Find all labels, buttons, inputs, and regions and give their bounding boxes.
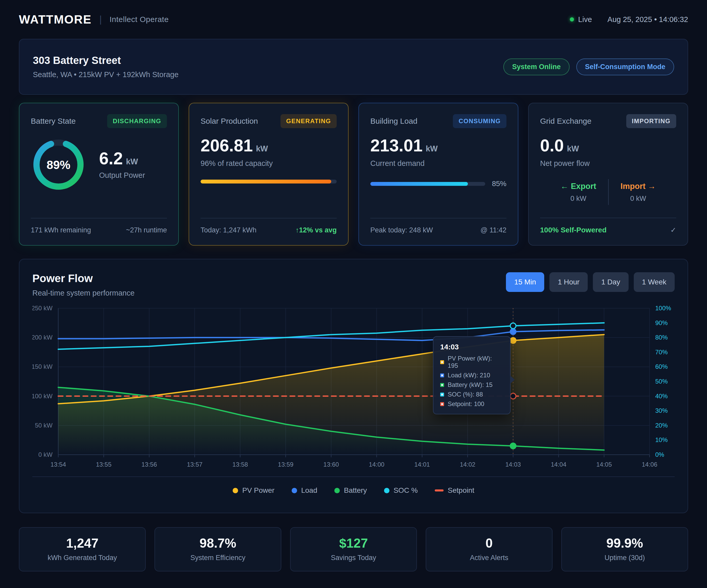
grid-import-value: 0 kW — [620, 195, 656, 203]
stat-label: kWh Generated Today — [47, 554, 117, 562]
range-button-15-min[interactable]: 15 Min — [506, 272, 544, 292]
site-badge-1: Self-Consumption Mode — [576, 59, 674, 75]
site-card: 303 Battery Street Seattle, WA • 215kW P… — [19, 39, 688, 95]
summary-stat-uptime-30d-: 99.9%Uptime (30d) — [561, 527, 688, 571]
site-info: 303 Battery Street Seattle, WA • 215kW P… — [33, 55, 178, 79]
stat-value: 1,247 — [66, 537, 98, 550]
svg-text:14:05: 14:05 — [596, 461, 612, 468]
stat-value: 99.9% — [606, 537, 643, 550]
svg-text:70%: 70% — [655, 349, 668, 356]
tooltip-row-label: Battery (kW): 15 — [448, 381, 493, 388]
tooltip-time: 14:03 — [440, 343, 503, 351]
site-badge-0: System Online — [503, 59, 570, 75]
stat-value: 0 — [485, 537, 493, 550]
site-badges: System OnlineSelf-Consumption Mode — [503, 59, 674, 75]
svg-text:40%: 40% — [655, 393, 668, 400]
grid-card-footer: 100% Self-Powered ✓ — [540, 218, 676, 234]
legend-dot-icon — [334, 488, 340, 493]
battery-body: 89% 6.2kW Output Power — [31, 137, 167, 192]
grid-export-value: 0 kW — [561, 195, 596, 203]
grid-card: Grid Exchange IMPORTING 0.0kW Net power … — [528, 103, 688, 246]
svg-text:0 kW: 0 kW — [38, 451, 53, 458]
tooltip-row-4: Setpoint: 100 — [440, 400, 503, 407]
site-subtitle: Seattle, WA • 215kW PV + 192kWh Storage — [33, 70, 178, 79]
svg-text:14:00: 14:00 — [369, 461, 384, 468]
svg-text:150 kW: 150 kW — [32, 363, 53, 370]
svg-text:13:54: 13:54 — [50, 461, 66, 468]
range-button-1-week[interactable]: 1 Week — [634, 272, 675, 292]
legend-label: Load — [301, 486, 317, 495]
svg-text:13:59: 13:59 — [278, 461, 294, 468]
svg-text:13:55: 13:55 — [96, 461, 111, 468]
legend-item-battery[interactable]: Battery — [334, 486, 367, 495]
solar-vs-avg: ↑12% vs avg — [296, 226, 337, 234]
battery-card: Battery State DISCHARGING — [19, 103, 179, 246]
solar-card-header: Solar Production GENERATING — [201, 114, 337, 128]
tooltip-row-label: SOC (%): 88 — [448, 391, 483, 398]
stat-label: System Efficiency — [191, 554, 245, 562]
svg-text:250 kW: 250 kW — [32, 305, 53, 312]
product-name: Intellect Operate — [109, 15, 169, 24]
solar-card-title: Solar Production — [201, 117, 258, 126]
svg-text:14:02: 14:02 — [460, 461, 475, 468]
soc-ring-gauge: 89% — [31, 137, 86, 192]
load-peak: Peak today: 248 kW — [370, 226, 433, 234]
load-card-header: Building Load CONSUMING — [370, 114, 506, 128]
load-progress-track — [370, 182, 485, 186]
solar-capacity-label: 96% of rated capacity — [201, 159, 337, 168]
legend-dash-icon — [435, 489, 443, 491]
legend-item-pv-power[interactable]: PV Power — [233, 486, 275, 495]
grid-import: Import → 0 kW — [609, 182, 668, 203]
solar-unit: kW — [256, 144, 268, 153]
tooltip-row-3: SOC (%): 88 — [440, 391, 503, 398]
tooltip-swatch-icon — [440, 402, 444, 406]
datetime: Aug 25, 2025 • 14:06:32 — [607, 15, 688, 24]
soc-ring-value: 89% — [46, 158, 70, 172]
solar-progress — [201, 179, 337, 184]
solar-card: Solar Production GENERATING 206.81kW 96%… — [189, 103, 348, 246]
solar-today: Today: 1,247 kWh — [201, 226, 257, 234]
tooltip-rows: PV Power (kW): 195Load (kW): 210Battery … — [440, 355, 503, 407]
legend-dot-icon — [384, 488, 390, 493]
tooltip-row-label: Load (kW): 210 — [448, 372, 490, 379]
summary-stat-active-alerts: 0Active Alerts — [426, 527, 552, 571]
legend-label: Setpoint — [448, 486, 474, 495]
grid-export-import: ← Export 0 kW Import → 0 kW — [540, 179, 676, 205]
legend-label: Battery — [344, 486, 367, 495]
self-powered-label: 100% Self-Powered — [540, 226, 607, 234]
stat-value: $127 — [339, 537, 368, 550]
grid-value: 0.0kW — [540, 137, 676, 154]
battery-card-title: Battery State — [31, 117, 75, 126]
legend-item-soc-[interactable]: SOC % — [384, 486, 418, 495]
power-flow-titles: Power Flow Real-time system performance — [32, 272, 135, 297]
load-value: 213.01kW — [370, 137, 506, 154]
battery-card-header: Battery State DISCHARGING — [31, 114, 167, 128]
svg-text:50%: 50% — [655, 378, 668, 385]
load-demand-label: Current demand — [370, 159, 506, 168]
load-status-badge: CONSUMING — [453, 114, 506, 128]
grid-unit: kW — [567, 144, 579, 153]
power-flow-chart[interactable]: 0 kW50 kW100 kW150 kW200 kW250 kW0%10%20… — [32, 303, 675, 474]
grid-export: ← Export 0 kW — [549, 182, 608, 203]
tooltip-swatch-icon — [440, 360, 444, 364]
load-card-title: Building Load — [370, 117, 417, 126]
range-button-1-day[interactable]: 1 Day — [593, 272, 628, 292]
grid-card-title: Grid Exchange — [540, 117, 591, 126]
svg-text:14:03: 14:03 — [505, 461, 521, 468]
time-range-buttons: 15 Min1 Hour1 Day1 Week — [506, 272, 675, 292]
load-progress-fill — [370, 182, 468, 186]
svg-text:13:57: 13:57 — [187, 461, 202, 468]
tooltip-swatch-icon — [440, 373, 444, 377]
battery-remaining: 171 kWh remaining — [31, 226, 91, 234]
battery-output: 6.2kW Output Power — [99, 150, 145, 179]
legend-dot-icon — [233, 488, 238, 493]
svg-text:13:56: 13:56 — [141, 461, 157, 468]
svg-text:30%: 30% — [655, 407, 668, 414]
range-button-1-hour[interactable]: 1 Hour — [549, 272, 588, 292]
app-header: WATTMORE | Intellect Operate Live Aug 25… — [19, 0, 688, 39]
power-flow-subtitle: Real-time system performance — [32, 289, 135, 297]
tooltip-row-label: PV Power (kW): 195 — [448, 355, 503, 369]
legend-item-setpoint[interactable]: Setpoint — [435, 486, 474, 495]
legend-item-load[interactable]: Load — [292, 486, 317, 495]
svg-text:14:06: 14:06 — [642, 461, 657, 468]
